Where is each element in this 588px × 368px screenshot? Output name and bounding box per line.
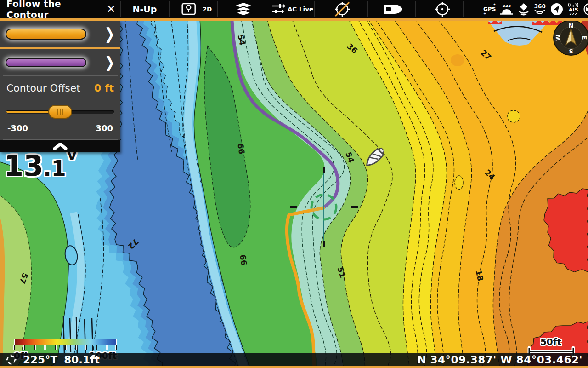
- navigation-status-icon[interactable]: [550, 2, 564, 16]
- depth-label: 66: [236, 143, 246, 155]
- contour-line-swatch: [6, 29, 86, 40]
- map-scale-label: 50ft: [540, 336, 561, 347]
- sonar-status-icon[interactable]: [518, 3, 530, 16]
- divider: [463, 1, 464, 17]
- divider: [217, 1, 218, 17]
- anchor-mode-disabled-button[interactable]: [333, 0, 351, 18]
- contour-offset-section: Contour Offset 0 ft -300 300: [0, 76, 120, 139]
- svg-text:W: W: [554, 34, 561, 41]
- route-line-style-row[interactable]: ❯: [0, 49, 120, 75]
- svg-text:N: N: [569, 22, 574, 29]
- chevron-right-icon[interactable]: ❯: [104, 25, 115, 43]
- boat-icon: [382, 4, 403, 15]
- divider: [266, 1, 266, 17]
- divider: [415, 1, 416, 17]
- divider: [314, 1, 315, 17]
- view-2d-button[interactable]: 2D: [181, 0, 212, 18]
- divider: [368, 1, 368, 17]
- divider: [120, 1, 121, 17]
- contour-offset-label: Contour Offset: [6, 82, 80, 94]
- dialog-title-bar: Follow the Contour ✕: [0, 0, 120, 18]
- legend-ticks: [14, 345, 117, 350]
- anchor-disabled-icon: [333, 0, 351, 18]
- ac-live-button[interactable]: AC Live: [272, 0, 313, 18]
- status-bar: 225°T 80.1ft N 34°09.387' W 84°03.462': [0, 353, 588, 366]
- close-icon[interactable]: ✕: [107, 4, 116, 15]
- slider-min-label: -300: [7, 123, 28, 133]
- layers-icon: [234, 2, 253, 16]
- accent-bottom-border: [0, 366, 588, 368]
- contour-offset-slider[interactable]: [6, 101, 114, 122]
- svg-text:S: S: [569, 48, 573, 55]
- divider: [169, 1, 170, 17]
- heading-icon: [6, 354, 17, 365]
- position-coordinates: N 34°09.387' W 84°03.462': [417, 354, 582, 366]
- depth-value: 80.1ft: [64, 354, 100, 366]
- slider-max-label: 300: [96, 123, 113, 133]
- follow-contour-panel: ❯ ❯ Contour Offset 0 ft -300 300: [0, 21, 120, 152]
- heading-value: 225°T: [23, 354, 57, 366]
- collapse-arrow-icon: [52, 143, 68, 150]
- slider-handle[interactable]: [48, 105, 72, 119]
- gps-status-icon[interactable]: ✦ GPS +: [483, 3, 496, 16]
- compass-rose: N E S W: [554, 20, 588, 55]
- dialog-title: Follow the Contour: [6, 0, 100, 20]
- brand-logo-icon[interactable]: [583, 2, 588, 16]
- route-line-swatch: [6, 58, 86, 67]
- cursor-target-icon: [433, 0, 452, 18]
- ais-status-icon[interactable]: AIS zzz: [568, 3, 579, 16]
- depth-gradient-bar: [14, 339, 117, 345]
- depth-label: 66: [238, 254, 249, 266]
- contour-offset-value: 0 ft: [94, 82, 114, 94]
- layers-button[interactable]: [234, 0, 253, 18]
- top-menu-bar: Follow the Contour ✕ N-Up 2D: [0, 0, 588, 18]
- pin-2d-icon: [181, 2, 200, 16]
- contour-line-style-row[interactable]: ❯: [0, 21, 120, 47]
- panel-collapse-button[interactable]: [0, 140, 120, 152]
- chartplotter-screen: N E S W 5436276654247257665118 Follow th…: [0, 0, 588, 368]
- svg-text:E: E: [581, 36, 588, 40]
- chevron-right-icon[interactable]: ❯: [104, 53, 115, 71]
- map-scale-label-wrap: 50ft: [527, 336, 574, 347]
- voltage-readout: 13.1V: [4, 148, 77, 183]
- system-status-cluster: ✦ GPS + zzz 360: [483, 0, 588, 18]
- mark-waypoint-button[interactable]: [433, 0, 452, 18]
- boat-settings-button[interactable]: [382, 0, 403, 18]
- orientation-button[interactable]: N-Up: [133, 0, 157, 18]
- ac-live-sliders-icon: [272, 3, 285, 15]
- radar-360-status-icon[interactable]: 360: [534, 4, 546, 15]
- alarm-snooze-icon[interactable]: zzz: [500, 4, 514, 15]
